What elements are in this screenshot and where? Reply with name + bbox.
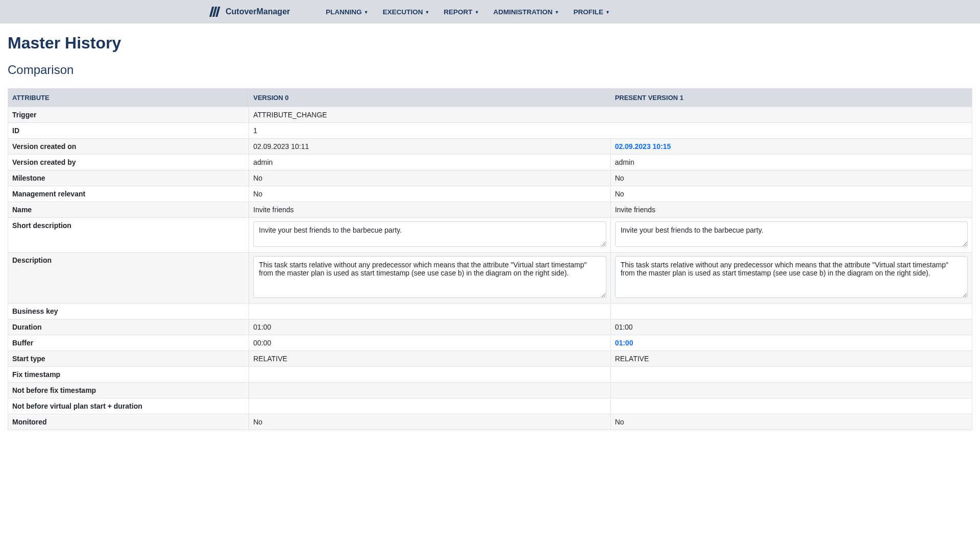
attribute-label: Version created by <box>8 155 249 170</box>
attribute-label: Short description <box>8 218 249 253</box>
value-textarea[interactable] <box>615 221 968 247</box>
value-v0 <box>249 218 610 253</box>
attribute-label: Name <box>8 202 249 218</box>
chevron-down-icon: ▼ <box>555 10 559 15</box>
attribute-label: Milestone <box>8 170 249 186</box>
nav-item-profile[interactable]: PROFILE▼ <box>573 8 609 16</box>
table-row: Short description <box>8 218 972 253</box>
table-row: Fix timestamp <box>8 367 972 383</box>
value-v0 <box>249 253 610 304</box>
attribute-label: Not before fix timestamp <box>8 383 249 398</box>
value-v0 <box>249 367 610 383</box>
value-v1: admin <box>610 155 972 170</box>
table-row: Version created on02.09.2023 10:1102.09.… <box>8 139 972 155</box>
chevron-down-icon: ▼ <box>605 10 610 15</box>
table-row: NameInvite friendsInvite friends <box>8 202 972 218</box>
value-v1: 01:00 <box>610 335 972 351</box>
value-textarea[interactable] <box>615 256 968 298</box>
table-row: Management relevantNoNo <box>8 186 972 202</box>
value-v0 <box>249 383 610 398</box>
value-v0: 01:00 <box>249 319 610 335</box>
table-row: Business key <box>8 304 972 319</box>
table-row: Version created byadminadmin <box>8 155 972 170</box>
header-version-0: VERSION 0 <box>249 89 610 107</box>
table-row: ID1 <box>8 123 972 139</box>
nav-items: PLANNING▼EXECUTION▼REPORT▼ADMINISTRATION… <box>326 8 610 16</box>
value-v1 <box>610 304 972 319</box>
value-v0: 1 <box>249 123 972 139</box>
attribute-label: Buffer <box>8 335 249 351</box>
value-v0: No <box>249 170 610 186</box>
attribute-label: ID <box>8 123 249 139</box>
value-v0: 00:00 <box>249 335 610 351</box>
value-v1: No <box>610 170 972 186</box>
changed-value: 01:00 <box>615 339 633 347</box>
table-row: Not before virtual plan start + duration <box>8 398 972 414</box>
nav-item-label: ADMINISTRATION <box>494 8 553 16</box>
value-textarea[interactable] <box>253 256 606 298</box>
nav-item-planning[interactable]: PLANNING▼ <box>326 8 368 16</box>
brand[interactable]: CutoverManager <box>209 6 290 18</box>
attribute-label: Not before virtual plan start + duration <box>8 398 249 414</box>
value-v1: No <box>610 414 972 430</box>
value-v0: No <box>249 186 610 202</box>
chevron-down-icon: ▼ <box>364 10 369 15</box>
table-row: TriggerATTRIBUTE_CHANGE <box>8 107 972 123</box>
value-v0: 02.09.2023 10:11 <box>249 139 610 155</box>
value-v1: RELATIVE <box>610 351 972 367</box>
changed-value: 02.09.2023 10:15 <box>615 142 671 151</box>
table-row: Description <box>8 253 972 304</box>
value-v0 <box>249 398 610 414</box>
nav-item-label: REPORT <box>444 8 472 16</box>
value-v1 <box>610 398 972 414</box>
chevron-down-icon: ▼ <box>475 10 479 15</box>
value-v1: 02.09.2023 10:15 <box>610 139 972 155</box>
value-v1 <box>610 367 972 383</box>
attribute-label: Version created on <box>8 139 249 155</box>
section-title: Comparison <box>8 63 972 77</box>
nav-item-execution[interactable]: EXECUTION▼ <box>383 8 430 16</box>
nav-item-label: PLANNING <box>326 8 362 16</box>
nav-item-label: PROFILE <box>573 8 603 16</box>
attribute-label: Monitored <box>8 414 249 430</box>
attribute-label: Business key <box>8 304 249 319</box>
value-v0: admin <box>249 155 610 170</box>
attribute-label: Start type <box>8 351 249 367</box>
value-v1: 01:00 <box>610 319 972 335</box>
nav-item-administration[interactable]: ADMINISTRATION▼ <box>494 8 559 16</box>
navbar: CutoverManager PLANNING▼EXECUTION▼REPORT… <box>0 0 980 23</box>
value-v0 <box>249 304 610 319</box>
value-v1 <box>610 383 972 398</box>
attribute-label: Description <box>8 253 249 304</box>
table-row: Start typeRELATIVERELATIVE <box>8 351 972 367</box>
table-row: Not before fix timestamp <box>8 383 972 398</box>
page-title: Master History <box>8 34 972 53</box>
value-v1: Invite friends <box>610 202 972 218</box>
table-row: Duration01:0001:00 <box>8 319 972 335</box>
attribute-label: Duration <box>8 319 249 335</box>
table-row: Buffer00:0001:00 <box>8 335 972 351</box>
attribute-label: Fix timestamp <box>8 367 249 383</box>
comparison-table: ATTRIBUTE VERSION 0 PRESENT VERSION 1 Tr… <box>8 88 972 430</box>
chevron-down-icon: ▼ <box>425 10 429 15</box>
table-row: MonitoredNoNo <box>8 414 972 430</box>
header-attribute: ATTRIBUTE <box>8 89 249 107</box>
nav-item-label: EXECUTION <box>383 8 423 16</box>
brand-text: CutoverManager <box>226 7 290 16</box>
table-row: MilestoneNoNo <box>8 170 972 186</box>
attribute-label: Management relevant <box>8 186 249 202</box>
attribute-label: Trigger <box>8 107 249 123</box>
value-v1 <box>610 253 972 304</box>
header-present-version: PRESENT VERSION 1 <box>610 89 972 107</box>
value-textarea[interactable] <box>253 221 606 247</box>
value-v0: Invite friends <box>249 202 610 218</box>
brand-logo-icon <box>209 6 222 18</box>
value-v0: No <box>249 414 610 430</box>
value-v0: RELATIVE <box>249 351 610 367</box>
value-v1 <box>610 218 972 253</box>
value-v0: ATTRIBUTE_CHANGE <box>249 107 972 123</box>
value-v1: No <box>610 186 972 202</box>
nav-item-report[interactable]: REPORT▼ <box>444 8 479 16</box>
